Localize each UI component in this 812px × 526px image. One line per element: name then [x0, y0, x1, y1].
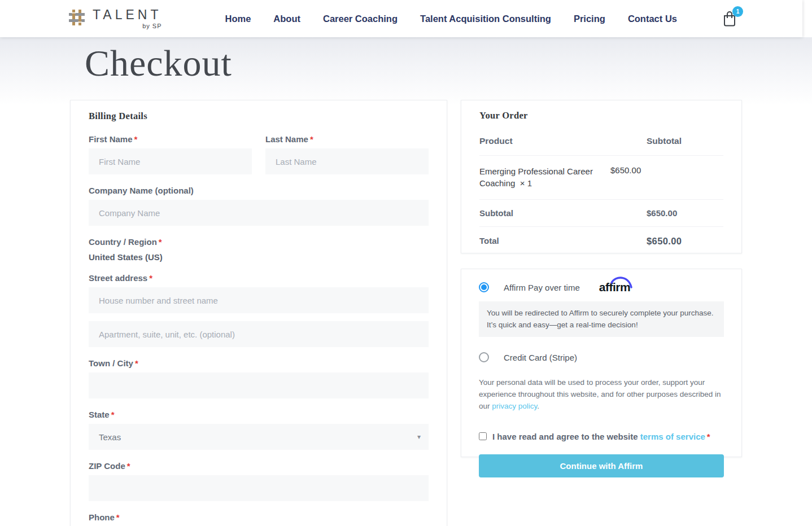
- company-name-input[interactable]: [89, 200, 429, 226]
- nav-item-contact-us[interactable]: Contact Us: [628, 14, 677, 24]
- required-asterisk: *: [116, 512, 120, 522]
- street-address-line1-input[interactable]: [89, 287, 429, 313]
- affirm-radio[interactable]: [479, 282, 489, 292]
- order-item-name: Emerging Professional Career Coaching × …: [479, 165, 610, 189]
- subtotal-label: Subtotal: [479, 208, 647, 218]
- stripe-payment-option: Credit Card (Stripe): [479, 352, 724, 362]
- affirm-option-label[interactable]: Affirm Pay over time: [504, 283, 580, 292]
- first-name-input[interactable]: [89, 148, 252, 174]
- zip-code-label: ZIP Code*: [89, 461, 429, 471]
- cart-bag-icon: [722, 19, 737, 29]
- logo-knot-icon: [67, 7, 87, 30]
- town-city-input[interactable]: [89, 372, 429, 398]
- stripe-radio[interactable]: [479, 352, 489, 362]
- privacy-policy-link[interactable]: privacy policy: [492, 402, 537, 410]
- country-region-value: United States (US): [89, 251, 429, 262]
- affirm-info-box: You will be redirected to Affirm to secu…: [479, 301, 724, 337]
- billing-details-card: Billing Details First Name* Last Name* C…: [70, 100, 447, 526]
- country-region-label: Country / Region*: [89, 237, 429, 247]
- nav-item-home[interactable]: Home: [225, 14, 251, 24]
- terms-label: I have read and agree to the website ter…: [492, 431, 710, 442]
- street-address-line2-input[interactable]: [89, 321, 429, 347]
- phone-label: Phone*: [89, 512, 429, 522]
- company-name-label: Company Name (optional): [89, 186, 429, 195]
- privacy-notice: Your personal data will be used to proce…: [479, 376, 724, 412]
- affirm-payment-option: Affirm Pay over time affirm: [479, 280, 724, 294]
- first-name-label: First Name*: [89, 134, 252, 144]
- stripe-option-label[interactable]: Credit Card (Stripe): [504, 353, 577, 362]
- required-asterisk: *: [111, 410, 115, 419]
- order-heading: Your Order: [479, 110, 723, 121]
- zip-code-input[interactable]: [89, 475, 429, 501]
- order-total-row: Total $650.00: [479, 227, 723, 247]
- nav-item-pricing[interactable]: Pricing: [574, 14, 605, 24]
- terms-row: I have read and agree to the website ter…: [479, 431, 724, 442]
- site-logo[interactable]: TALENT by SP: [67, 7, 161, 30]
- total-value: $650.00: [647, 236, 682, 247]
- required-asterisk: *: [310, 134, 313, 144]
- payment-card: Affirm Pay over time affirm You will be …: [461, 269, 742, 457]
- order-table: Product Subtotal Emerging Professional C…: [479, 136, 723, 247]
- page-title: Checkout: [85, 42, 232, 85]
- last-name-input[interactable]: [265, 148, 429, 174]
- affirm-arc-icon: [608, 275, 634, 295]
- street-address-label: Street address*: [89, 273, 429, 283]
- order-header-row: Product Subtotal: [479, 136, 723, 156]
- continue-with-affirm-button[interactable]: Continue with Affirm: [479, 454, 724, 477]
- logo-title: TALENT: [93, 8, 161, 21]
- subtotal-column-header: Subtotal: [647, 136, 682, 146]
- nav-item-talent-acquisition-consulting[interactable]: Talent Acquisition Consulting: [420, 14, 551, 24]
- terms-checkbox[interactable]: [479, 432, 487, 440]
- chevron-down-icon: ▾: [417, 433, 421, 441]
- site-header: TALENT by SP Home About Career Coaching …: [0, 0, 802, 37]
- cart-count-badge: 1: [732, 6, 743, 17]
- state-select[interactable]: Texas ▾: [89, 424, 429, 450]
- required-asterisk: *: [159, 237, 162, 247]
- required-asterisk: *: [134, 134, 138, 144]
- town-city-label: Town / City*: [89, 358, 429, 368]
- terms-of-service-link[interactable]: terms of service: [640, 432, 705, 441]
- order-item-qty: × 1: [520, 178, 532, 188]
- your-order-card: Your Order Product Subtotal Emerging Pro…: [461, 100, 742, 253]
- order-item-price: $650.00: [610, 165, 641, 175]
- product-column-header: Product: [479, 136, 647, 146]
- nav-item-about[interactable]: About: [273, 14, 300, 24]
- billing-heading: Billing Details: [89, 111, 429, 122]
- required-asterisk: *: [707, 432, 710, 441]
- total-label: Total: [479, 236, 647, 246]
- last-name-label: Last Name*: [265, 134, 429, 144]
- order-item-row: Emerging Professional Career Coaching × …: [479, 156, 723, 200]
- required-asterisk: *: [149, 273, 152, 283]
- cart-button[interactable]: 1: [722, 10, 737, 27]
- affirm-logo: affirm: [599, 280, 630, 294]
- required-asterisk: *: [135, 358, 138, 368]
- state-label: State*: [89, 410, 429, 419]
- logo-subtitle: by SP: [142, 23, 161, 29]
- nav-item-career-coaching[interactable]: Career Coaching: [323, 14, 398, 24]
- subtotal-value: $650.00: [647, 208, 677, 218]
- order-subtotal-row: Subtotal $650.00: [479, 200, 723, 227]
- main-nav: Home About Career Coaching Talent Acquis…: [225, 14, 676, 24]
- required-asterisk: *: [127, 461, 130, 471]
- state-selected-value: Texas: [99, 432, 121, 442]
